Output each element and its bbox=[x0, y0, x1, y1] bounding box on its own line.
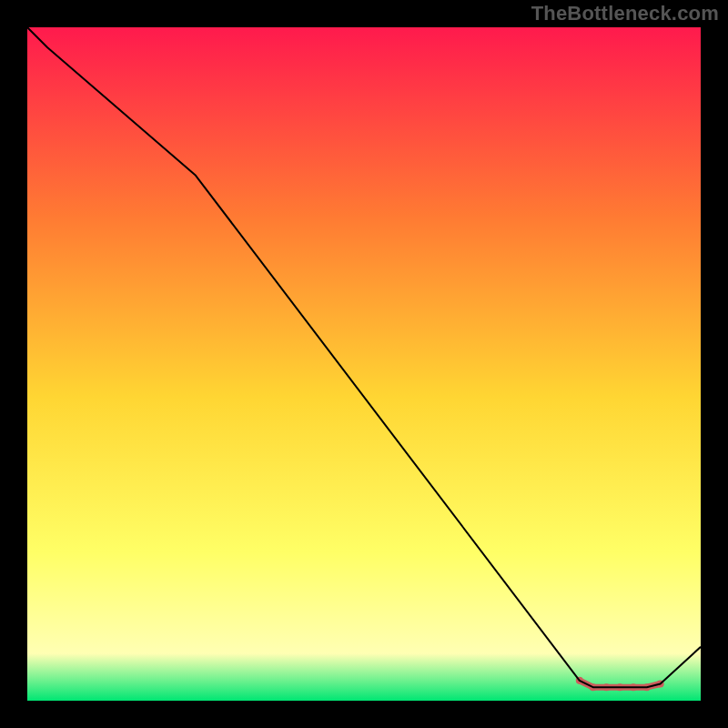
watermark-text: TheBottleneck.com bbox=[531, 2, 719, 25]
plot-area bbox=[27, 27, 701, 701]
chart-svg bbox=[27, 27, 701, 701]
chart-stage: TheBottleneck.com bbox=[0, 0, 728, 728]
gradient-background bbox=[27, 27, 701, 701]
